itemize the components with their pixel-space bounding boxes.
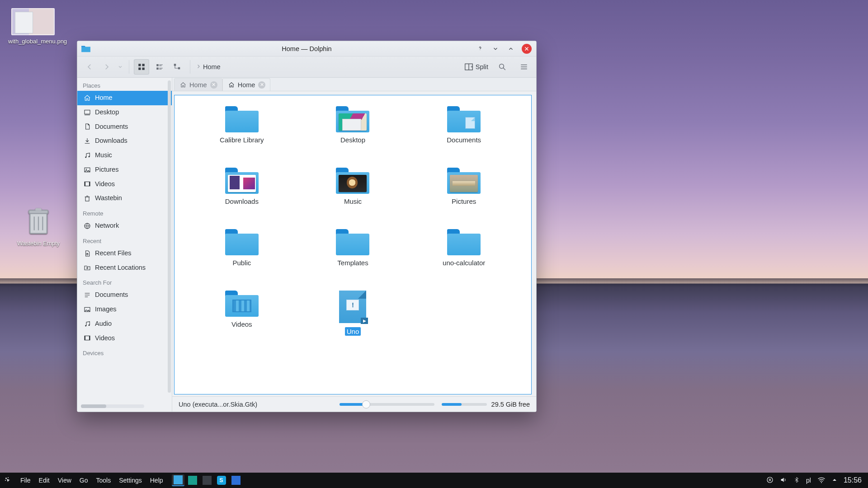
sidebar-item-desktop[interactable]: Desktop (77, 105, 172, 120)
sidebar-item-videos[interactable]: Videos (77, 177, 172, 192)
task-terminal[interactable] (201, 474, 213, 486)
network-icon[interactable] (817, 477, 826, 484)
sidebar-item-music[interactable]: Music (77, 148, 172, 163)
nav-history-button[interactable] (116, 59, 124, 75)
file-item[interactable]: Music (303, 168, 402, 226)
sidebar-item-label: Recent Files (95, 249, 132, 258)
svg-point-48 (821, 482, 822, 483)
sidebar-hscrollbar[interactable] (81, 404, 144, 408)
sidebar-item-label: Videos (95, 179, 115, 189)
maximize-button[interactable] (506, 44, 515, 53)
task-dolphin[interactable] (172, 474, 184, 486)
sidebar-item-label: Videos (95, 333, 115, 343)
file-item[interactable]: ▶Uno (303, 291, 402, 349)
file-item[interactable]: Calibre Library (192, 106, 292, 165)
tray-expand-icon[interactable] (832, 477, 837, 484)
task-manager: S (171, 474, 243, 486)
minimize-button[interactable] (491, 44, 500, 53)
sidebar-scrollbar[interactable] (168, 80, 171, 393)
sidebar-item-recent-locations[interactable]: Recent Locations (77, 261, 172, 275)
sidebar-item-label: Documents (95, 122, 128, 132)
menu-help[interactable]: Help (146, 477, 167, 484)
view-details-button[interactable] (170, 59, 185, 75)
file-label: Desktop (339, 136, 367, 144)
app-launcher[interactable] (0, 473, 16, 488)
nav-back-button[interactable] (82, 59, 97, 75)
media-controls-icon[interactable] (766, 476, 774, 485)
sidebar-item-network[interactable]: Network (77, 219, 172, 233)
svg-text:+: + (471, 65, 473, 69)
tab-home-2[interactable]: Home ✕ (222, 78, 271, 91)
close-button[interactable] (522, 44, 532, 54)
volume-icon[interactable] (780, 476, 787, 485)
menu-file[interactable]: File (16, 477, 35, 484)
file-item[interactable]: Downloads (192, 168, 292, 226)
sidebar-item-documents[interactable]: Documents (77, 120, 172, 134)
sidebar-item-downloads[interactable]: Downloads (77, 134, 172, 148)
nav-forward-button[interactable] (99, 59, 114, 75)
selection-info: Uno (executa...or.Skia.Gtk) (179, 401, 257, 408)
menu-view[interactable]: View (54, 477, 75, 484)
sidebar-item-videos[interactable]: Videos (77, 331, 172, 346)
task-app[interactable] (230, 474, 242, 486)
file-item[interactable]: Pictures (414, 168, 514, 226)
menu-go[interactable]: Go (75, 477, 92, 484)
sidebar-item-recent-files[interactable]: Recent Files (77, 246, 172, 261)
svg-rect-13 (156, 68, 159, 70)
hamburger-menu-button[interactable] (516, 59, 532, 75)
svg-rect-32 (85, 197, 89, 201)
slider-thumb[interactable] (362, 400, 370, 408)
titlebar[interactable]: Home — Dolphin (77, 41, 536, 56)
view-compact-button[interactable] (152, 59, 167, 75)
file-item[interactable]: uno-calculator (414, 229, 514, 288)
file-item[interactable]: Videos (192, 291, 292, 349)
plasma-icon (4, 476, 12, 484)
sidebar-item-label: Home (95, 93, 113, 103)
file-icon-view[interactable]: Calibre LibraryDesktopDocumentsDownloads… (174, 95, 532, 394)
search-docs-icon (84, 291, 91, 299)
menu-edit[interactable]: Edit (35, 477, 54, 484)
sidebar-item-home[interactable]: Home (77, 91, 172, 105)
sidebar-heading: Search For (77, 275, 172, 288)
svg-rect-9 (142, 68, 145, 70)
sidebar-item-images[interactable]: Images (77, 302, 172, 317)
window-controls (476, 41, 536, 56)
file-label: Videos (230, 320, 254, 328)
breadcrumb[interactable]: Home (196, 63, 221, 70)
tab-close-button[interactable]: ✕ (210, 81, 217, 89)
tab-close-button[interactable]: ✕ (258, 81, 265, 89)
task-edge[interactable] (186, 474, 199, 486)
menu-tools[interactable]: Tools (92, 477, 115, 484)
keyboard-layout[interactable]: pl (806, 477, 811, 484)
file-item[interactable]: Public (192, 229, 292, 288)
sidebar-item-wastebin[interactable]: Wastebin (77, 191, 172, 206)
desktop-icon-wastebin[interactable]: Wastebin Empty (14, 208, 63, 247)
svg-rect-23 (85, 110, 90, 114)
sidebar-item-label: Pictures (95, 165, 118, 175)
help-button[interactable] (476, 44, 485, 53)
sidebar-item-audio[interactable]: Audio (77, 317, 172, 331)
svg-rect-12 (159, 66, 161, 66)
tab-bar: Home ✕ Home ✕ (172, 78, 536, 91)
file-item[interactable]: Documents (414, 106, 514, 165)
file-item[interactable]: Templates (303, 229, 402, 288)
folder-thumbnail (228, 175, 256, 192)
menu-settings[interactable]: Settings (115, 477, 146, 484)
file-item[interactable]: Desktop (303, 106, 402, 165)
zoom-slider[interactable] (340, 403, 434, 406)
svg-rect-47 (770, 479, 771, 481)
sidebar-item-pictures[interactable]: Pictures (77, 163, 172, 177)
svg-rect-14 (159, 68, 163, 68)
task-skype[interactable]: S (215, 474, 228, 486)
breadcrumb-segment[interactable]: Home (203, 63, 221, 70)
view-icons-button[interactable] (134, 59, 149, 75)
tab-home-1[interactable]: Home ✕ (174, 78, 222, 91)
network-icon (84, 222, 91, 230)
split-view-button[interactable]: + Split (465, 63, 488, 70)
desktop-icon-screenshot[interactable]: with_global_menu.png (8, 8, 58, 45)
search-button[interactable] (495, 59, 510, 75)
svg-point-45 (767, 477, 773, 483)
bluetooth-icon[interactable] (793, 476, 800, 485)
sidebar-item-documents[interactable]: Documents (77, 288, 172, 302)
clock[interactable]: 15:56 (844, 476, 862, 484)
